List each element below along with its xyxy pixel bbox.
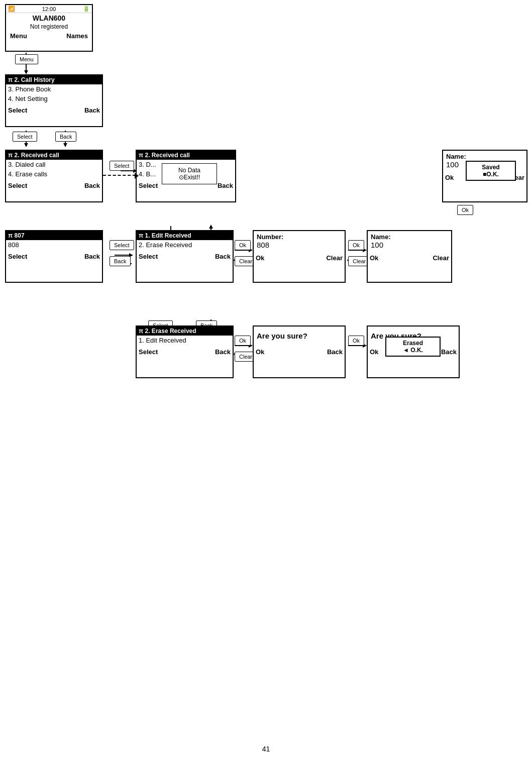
no-data-line1: No Data <box>167 167 211 174</box>
name-detail-label: Name: <box>371 233 448 241</box>
call-types-screen2: π 2. Received call 3. D... 4. B... Selec… <box>136 150 236 202</box>
number-detail-footer: Ok Clear <box>254 253 345 263</box>
svg-marker-11 <box>209 225 213 229</box>
net-setting-item: 4. Net Setting <box>6 94 102 103</box>
pi-icon5: π <box>139 232 143 239</box>
phone-footer: Menu Names <box>6 30 92 42</box>
network-name: WLAN600 <box>6 13 92 23</box>
call-history-header: π 2. Call History <box>6 75 102 84</box>
number-detail-value: 808 <box>257 241 342 249</box>
confirm-footer: Ok Back <box>254 347 345 357</box>
number-detail-screen: Number: 808 Ok Clear <box>253 230 346 283</box>
time-display: 12:00 <box>42 6 56 12</box>
svg-marker-5 <box>63 143 67 147</box>
erase-menu-ok-btn[interactable]: Ok <box>235 336 251 346</box>
erased-popup: Erased ◄ O.K. <box>385 337 441 357</box>
call-types-footer: Select Back <box>6 181 102 190</box>
erase-menu-header: π 2. Erase Received <box>137 326 233 336</box>
erased-line2: ◄ O.K. <box>390 347 436 354</box>
edit-erase-ok-btn[interactable]: Ok <box>235 240 251 250</box>
page-number: 41 <box>262 745 270 753</box>
saved-line1: Saved <box>471 164 511 171</box>
numbers-screen: π 807 808 Select Back <box>5 230 103 283</box>
main-phone-screen: 📶 12:00 🔋 WLAN600 Not registered Menu Na… <box>5 4 93 52</box>
erase-received-item: 2. Erase Received <box>137 240 233 250</box>
status-bar: 📶 12:00 🔋 <box>6 5 92 13</box>
number-detail-ok-btn[interactable]: Ok <box>348 240 364 250</box>
edit-erase-footer: Select Back <box>137 252 233 261</box>
erased-line1: Erased <box>390 340 436 347</box>
menu-button[interactable]: Menu <box>15 54 38 64</box>
confirm-screen: Are you sure? Ok Back <box>253 325 346 378</box>
saved-popup: Saved ■O.K. <box>466 161 516 181</box>
dialed-call-item: 3. Dialed call <box>6 160 102 169</box>
dashed-arrow <box>103 175 136 176</box>
pi-icon3: π <box>139 152 143 159</box>
number-detail-label: Number: <box>257 233 342 241</box>
edit-erase-screen: π 1. Edit Received 2. Erase Received Sel… <box>136 230 234 283</box>
numbers-footer: Select Back <box>6 252 102 261</box>
pi-icon2: π <box>8 152 13 159</box>
call-types-select-btn[interactable]: Select <box>110 161 134 171</box>
confirm2-screen: Are you sure? Ok Back Erased ◄ O.K. <box>367 325 460 378</box>
phone-book-item: 3. Phone Book <box>6 84 102 94</box>
dashed-arrow-head <box>135 173 139 179</box>
no-data-popup: No Data ⊙Exist!! <box>162 163 217 184</box>
numbers-select-btn[interactable]: Select <box>110 240 134 250</box>
name-saved-label: Name: <box>446 153 523 160</box>
number-808: 808 <box>6 240 102 250</box>
call-history-select-btn[interactable]: Select <box>13 132 37 142</box>
edit-received-item: 1. Edit Received <box>137 336 233 345</box>
battery-icon: 🔋 <box>83 6 90 12</box>
pi-icon: π <box>8 76 13 83</box>
name-saved-ok-btn[interactable]: Ok <box>457 205 473 215</box>
call-history-screen: π 2. Call History 3. Phone Book 4. Net S… <box>5 74 103 127</box>
call-history-back-btn[interactable]: Back <box>55 132 76 142</box>
call-types2-header: π 2. Received call <box>137 151 235 160</box>
name-detail-footer: Ok Clear <box>368 253 451 263</box>
signal-icon: 📶 <box>8 6 15 12</box>
confirm-ok-btn[interactable]: Ok <box>348 336 364 346</box>
menu-label: Menu <box>10 32 27 40</box>
numbers-header: π 807 <box>6 231 102 240</box>
saved-line2: ■O.K. <box>471 171 511 178</box>
page-container: 📶 12:00 🔋 WLAN600 Not registered Menu Na… <box>0 0 532 763</box>
erase-calls-item: 4. Erase calls <box>6 169 102 179</box>
erase-menu-screen: π 2. Erase Received 1. Edit Received Sel… <box>136 325 234 378</box>
edit-erase-header: π 1. Edit Received <box>137 231 233 240</box>
name-saved-screen: Name: 100 Ok Clear Saved ■O.K. <box>442 150 527 202</box>
names-label: Names <box>66 32 88 40</box>
call-history-footer: Select Back <box>6 105 102 115</box>
pi-icon4: π <box>8 232 13 239</box>
name-detail-value: 100 <box>371 241 448 249</box>
svg-marker-1 <box>24 70 28 74</box>
erase-menu-footer: Select Back <box>137 347 233 357</box>
network-status: Not registered <box>6 23 92 30</box>
call-types-header: π 2. Received call <box>6 151 102 160</box>
pi-icon6: π <box>139 328 143 335</box>
svg-marker-3 <box>24 143 28 147</box>
name-detail-screen: Name: 100 Ok Clear <box>367 230 452 283</box>
no-data-line2: ⊙Exist!! <box>167 174 211 181</box>
numbers-back-btn[interactable]: Back <box>110 256 131 266</box>
call-types-screen: π 2. Received call 3. Dialed call 4. Era… <box>5 150 103 202</box>
confirm-text: Are you sure? <box>254 326 345 345</box>
